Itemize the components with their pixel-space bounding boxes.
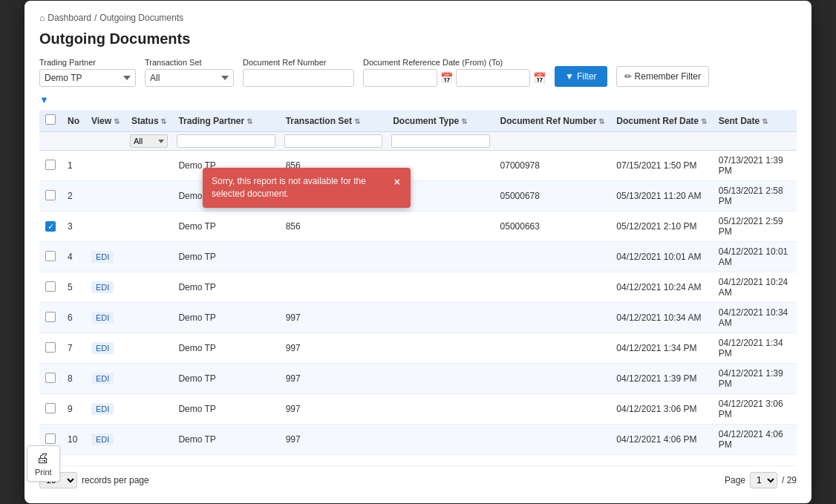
breadcrumb-separator: /: [94, 13, 97, 23]
cell-doc-ref-date: 05/12/2021 2:10 PM: [610, 212, 712, 242]
cell-doc-ref-number: 05000663: [494, 212, 611, 242]
breadcrumb-home[interactable]: Dashboard: [48, 13, 91, 23]
filter-button[interactable]: ▼ Filter: [555, 66, 607, 87]
cell-sent-date: 04/12/2021 10:01 AM: [713, 242, 797, 272]
row-checkbox-cell[interactable]: [39, 333, 62, 364]
row-checkbox-cell[interactable]: [39, 364, 62, 394]
view-badge[interactable]: EDI: [91, 281, 114, 293]
row-checkbox-cell[interactable]: [39, 394, 62, 425]
row-checkbox[interactable]: [45, 281, 56, 292]
table-row: 4EDIDemo TP04/12/2021 10:01 AM04/12/2021…: [39, 242, 797, 272]
cell-document-type: [387, 242, 494, 272]
th-document-type[interactable]: Document Type: [387, 110, 494, 132]
view-badge[interactable]: EDI: [91, 403, 114, 415]
row-checkbox-cell[interactable]: [39, 181, 62, 212]
status-filter-select[interactable]: All: [130, 134, 168, 148]
toast-notification: Sorry, this report is not available for …: [203, 168, 411, 208]
th-transaction-set[interactable]: Transaction Set: [280, 110, 388, 132]
row-checkbox[interactable]: ✓: [45, 221, 56, 232]
remember-filter-button[interactable]: ✏ Remember Filter: [616, 66, 709, 87]
row-checkbox[interactable]: [45, 373, 56, 383]
active-filter-indicator: ▼: [39, 94, 797, 105]
printer-icon: 🖨: [36, 451, 50, 466]
view-badge[interactable]: EDI: [91, 433, 114, 445]
cell-sent-date: 04/12/2021 1:34 PM: [713, 333, 797, 364]
cell-trading-partner: Demo TP: [172, 333, 279, 364]
view-badge[interactable]: EDI: [91, 342, 114, 354]
cell-no: 8: [62, 364, 85, 394]
row-checkbox-cell[interactable]: [39, 151, 62, 181]
cell-doc-ref-date: 04/12/2021 10:34 AM: [610, 303, 712, 333]
cell-document-type: [387, 364, 494, 394]
cell-sent-date: 05/12/2021 2:59 PM: [713, 212, 797, 242]
trading-partner-select[interactable]: Demo TP All: [39, 69, 136, 87]
header-checkbox[interactable]: [45, 114, 56, 125]
view-badge[interactable]: EDI: [91, 312, 114, 324]
view-badge[interactable]: EDI: [91, 251, 114, 263]
row-checkbox-cell[interactable]: [39, 303, 62, 333]
calendar-icon-to[interactable]: 📅: [533, 72, 546, 84]
th-view[interactable]: View: [85, 110, 125, 132]
th-status[interactable]: Status: [125, 110, 172, 132]
cell-view[interactable]: EDI: [85, 333, 125, 364]
toast-close-button[interactable]: ×: [388, 175, 400, 190]
filter-cell-trading-partner[interactable]: [172, 132, 279, 151]
table-header-row: No View Status Trading Partner Transacti…: [39, 110, 797, 132]
th-sent-date[interactable]: Sent Date: [713, 110, 797, 132]
document-type-filter-input[interactable]: [391, 134, 489, 148]
cell-trading-partner: Demo TP: [172, 364, 279, 394]
row-checkbox[interactable]: [45, 190, 56, 200]
cell-view: [85, 151, 125, 181]
filter-cell-status[interactable]: All: [125, 132, 172, 151]
filter-cell-doc-ref-date: [610, 132, 712, 151]
row-checkbox[interactable]: [45, 403, 56, 413]
th-doc-ref-date[interactable]: Document Ref Date: [610, 110, 712, 132]
th-trading-partner[interactable]: Trading Partner: [172, 110, 279, 132]
row-checkbox[interactable]: [45, 160, 56, 170]
doc-ref-date-from-input[interactable]: [363, 69, 437, 87]
cell-view[interactable]: EDI: [85, 394, 125, 425]
row-checkbox[interactable]: [45, 433, 56, 444]
table-wrapper: No View Status Trading Partner Transacti…: [39, 110, 797, 455]
filter-cell-document-type[interactable]: [387, 132, 494, 151]
trading-partner-filter-input[interactable]: [177, 134, 275, 148]
cell-view[interactable]: EDI: [85, 272, 125, 303]
cell-transaction-set: 997: [280, 394, 388, 425]
cell-status: [125, 425, 172, 455]
cell-view[interactable]: EDI: [85, 303, 125, 333]
cell-no: 5: [62, 272, 85, 303]
cell-no: 10: [62, 425, 85, 455]
breadcrumb-current: Outgoing Documents: [99, 13, 183, 23]
transaction-set-select[interactable]: All 856 997: [145, 69, 234, 87]
cell-view[interactable]: EDI: [85, 425, 125, 455]
row-checkbox[interactable]: [45, 342, 56, 353]
cell-document-type: [387, 303, 494, 333]
doc-ref-date-to-input[interactable]: [456, 69, 530, 87]
cell-no: 7: [62, 333, 85, 364]
view-badge[interactable]: EDI: [91, 373, 114, 384]
cell-view[interactable]: EDI: [85, 242, 125, 272]
row-checkbox-cell[interactable]: [39, 242, 62, 272]
cell-transaction-set: 997: [280, 425, 388, 455]
transaction-set-filter-input[interactable]: [284, 134, 383, 148]
doc-ref-number-input[interactable]: [243, 69, 354, 87]
print-btn-label: Print: [35, 468, 52, 477]
th-no: No: [62, 110, 85, 132]
page-label: Page: [725, 475, 745, 485]
cell-doc-ref-date: 07/15/2021 1:50 PM: [610, 151, 712, 181]
filter-cell-transaction-set[interactable]: [280, 132, 388, 151]
th-checkbox[interactable]: [39, 110, 62, 132]
cell-doc-ref-date: 04/12/2021 10:01 AM: [610, 242, 712, 272]
calendar-icon-from[interactable]: 📅: [440, 72, 453, 84]
th-doc-ref-number[interactable]: Document Ref Number: [494, 110, 611, 132]
row-checkbox[interactable]: [45, 312, 56, 322]
total-pages: / 29: [782, 475, 797, 485]
page-select[interactable]: 1: [750, 472, 777, 488]
row-checkbox-cell[interactable]: ✓: [39, 212, 62, 242]
cell-view[interactable]: EDI: [85, 364, 125, 394]
row-checkbox[interactable]: [45, 251, 56, 261]
print-button[interactable]: 🖨 Print: [27, 445, 60, 482]
row-checkbox-cell[interactable]: [39, 272, 62, 303]
toast-message: Sorry, this report is not available for …: [212, 175, 381, 200]
cell-sent-date: 04/12/2021 4:06 PM: [713, 425, 797, 455]
